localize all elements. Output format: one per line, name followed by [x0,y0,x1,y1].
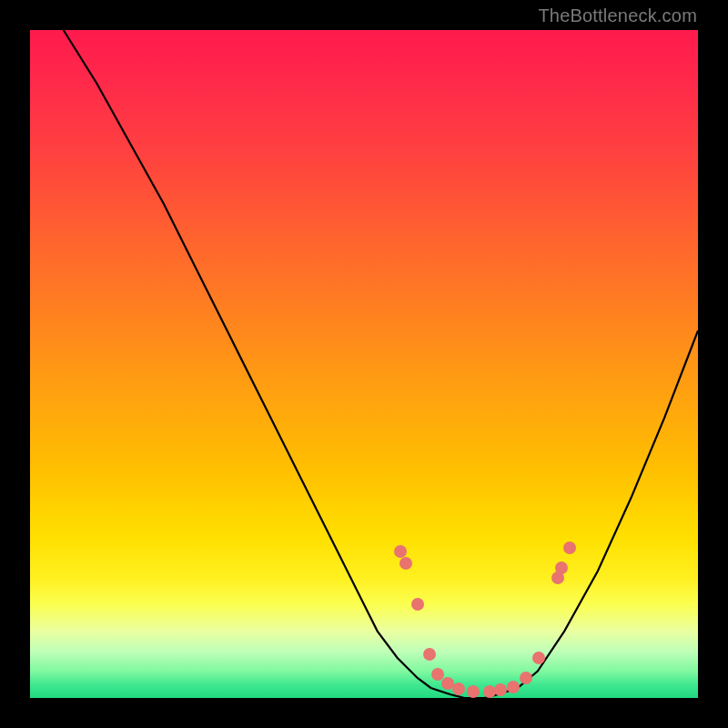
marker-dot [555,561,568,574]
marker-dot [423,648,436,661]
heat-gradient-background [30,30,698,698]
marker-dot [394,545,407,558]
chart-plot-area [30,30,698,698]
marker-dot [452,682,465,695]
marker-dot [411,598,424,611]
marker-dot [467,685,480,698]
marker-dot [532,652,545,664]
marker-dot [399,557,412,570]
marker-dot [507,681,520,693]
marker-dot [494,683,507,696]
attribution-text: TheBottleneck.com [538,5,697,26]
marker-dot [520,672,532,684]
marker-dot [563,541,576,554]
